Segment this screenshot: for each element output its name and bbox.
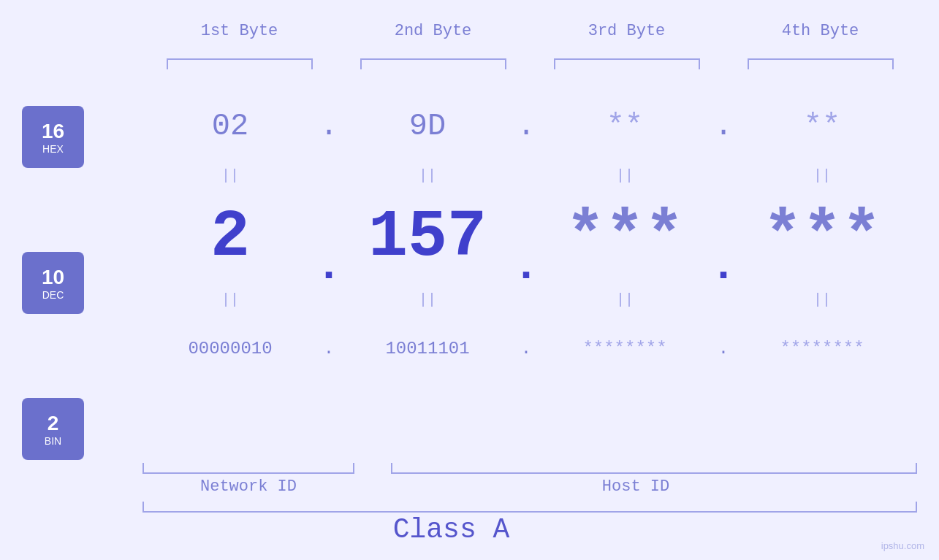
bin-dot2: .	[508, 339, 544, 358]
dec-dot2: .	[508, 212, 544, 291]
dec-b3: ***	[544, 200, 705, 275]
eq2-b1: ||	[150, 291, 311, 308]
bottom-full-bracket	[142, 502, 917, 513]
hex-b1: 02	[150, 109, 311, 144]
bracket-host	[391, 463, 917, 474]
dec-dot3: .	[705, 212, 742, 291]
header-byte2: 2nd Byte	[353, 22, 514, 40]
hex-dot3: .	[705, 109, 742, 144]
hex-dot1: .	[311, 109, 347, 144]
bin-dot3: .	[705, 339, 742, 358]
dec-dot1: .	[311, 212, 347, 291]
dec-b1: 2	[150, 204, 311, 270]
eq2-b2: ||	[347, 291, 508, 308]
hex-dot2: .	[508, 109, 544, 144]
bin-b2: 10011101	[347, 339, 508, 358]
eq1-b1: ||	[150, 167, 311, 184]
badge-hex: 16 HEX	[22, 106, 84, 168]
byte-headers: 1st Byte 2nd Byte 3rd Byte 4th Byte	[142, 22, 917, 40]
dec-b4: ***	[742, 200, 902, 275]
row-dec: 2 . 157 . *** . ***	[106, 193, 924, 281]
bin-b1: 00000010	[150, 339, 311, 358]
bin-b4: ********	[742, 339, 902, 358]
equals-row-1: || || || ||	[106, 157, 924, 193]
bracket-byte4	[748, 58, 894, 69]
row-bin: 00000010 . 10011101 . ******** . *******…	[106, 318, 924, 380]
top-brackets	[142, 58, 917, 73]
bottom-brackets	[142, 463, 917, 474]
bracket-byte3	[554, 58, 700, 69]
eq1-b4: ||	[742, 167, 902, 184]
bin-dot1: .	[311, 339, 347, 358]
badge-hex-number: 16	[42, 120, 64, 143]
eq2-b4: ||	[742, 291, 902, 308]
network-id-label: Network ID	[142, 477, 354, 496]
dec-b2: 157	[347, 204, 508, 270]
hex-b2: 9D	[347, 109, 508, 144]
bracket-byte1	[167, 58, 313, 69]
badge-dec: 10 DEC	[22, 252, 84, 314]
badge-bin: 2 BIN	[22, 398, 84, 460]
class-label: Class A	[0, 514, 902, 545]
badge-dec-number: 10	[42, 266, 64, 289]
bin-b3: ********	[544, 339, 705, 358]
eq1-b2: ||	[347, 167, 508, 184]
badge-bin-label: BIN	[45, 435, 61, 447]
values-grid: 02 . 9D . ** . ** ||	[106, 95, 924, 380]
header-byte4: 4th Byte	[740, 22, 901, 40]
host-id-label: Host ID	[354, 477, 917, 496]
watermark: ipshu.com	[881, 540, 924, 551]
eq1-b3: ||	[544, 167, 705, 184]
header-byte3: 3rd Byte	[547, 22, 707, 40]
base-badges: 16 HEX 10 DEC 2 BIN	[22, 106, 84, 460]
id-label-row: Network ID Host ID	[142, 477, 917, 496]
main-container: 1st Byte 2nd Byte 3rd Byte 4th Byte 16 H…	[0, 0, 939, 560]
bracket-gap	[354, 463, 391, 474]
eq2-b3: ||	[544, 291, 705, 308]
bracket-network	[142, 463, 354, 474]
bracket-byte2	[360, 58, 506, 69]
row-hex: 02 . 9D . ** . **	[106, 95, 924, 157]
hex-b3: **	[544, 109, 705, 144]
badge-bin-number: 2	[47, 412, 59, 435]
badge-dec-label: DEC	[42, 289, 64, 301]
hex-b4: **	[742, 109, 902, 144]
header-byte1: 1st Byte	[159, 22, 320, 40]
badge-hex-label: HEX	[42, 143, 64, 155]
